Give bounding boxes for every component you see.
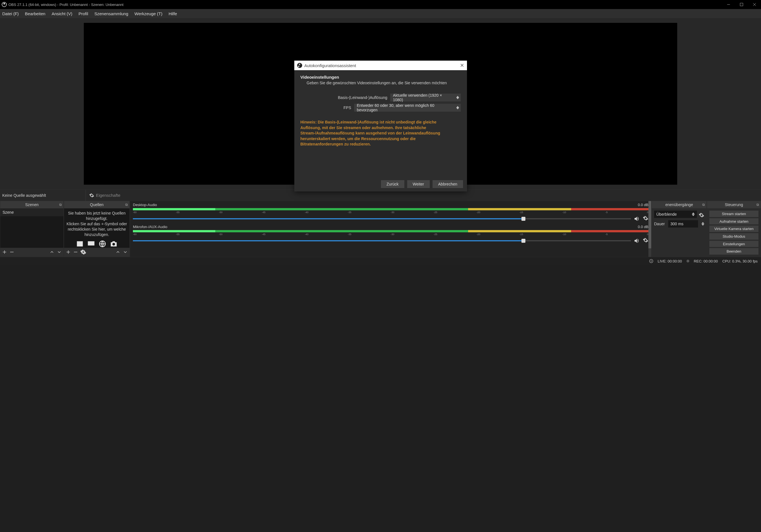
status-cpu: CPU: 0.3%, 30.00 fps bbox=[722, 259, 758, 263]
resolution-label: Basis-(Leinwand-)Auflösung bbox=[338, 95, 387, 100]
source-settings-button[interactable] bbox=[81, 249, 86, 256]
undock-icon[interactable]: ⧉ bbox=[756, 203, 759, 207]
svg-rect-1 bbox=[740, 3, 743, 6]
source-remove-button[interactable] bbox=[73, 249, 78, 255]
no-source-label: Keine Quelle ausgewählt bbox=[2, 193, 46, 198]
maximize-button[interactable] bbox=[735, 0, 748, 9]
start-recording-button[interactable]: Aufnahme starten bbox=[709, 218, 758, 225]
window-title: OBS 27.1.1 (64-bit, windows) - Profil: U… bbox=[9, 3, 124, 7]
sources-empty-line2: Klicken Sie auf das +-Symbol oder rechts… bbox=[66, 221, 127, 238]
properties-button[interactable]: Eigenschafte bbox=[89, 193, 121, 198]
meter-ticks: -60-55-50-45-40-35-30-25-20-15-10-50 bbox=[133, 233, 648, 236]
meter-ticks: -60-55-50-45-40-35-30-25-20-15-10-50 bbox=[133, 211, 648, 214]
image-icon bbox=[75, 240, 85, 248]
menu-edit[interactable]: Bearbeiten bbox=[25, 11, 45, 16]
menu-view[interactable]: Ansicht (V) bbox=[52, 11, 72, 16]
mixer-channel-db: 0.0 dB bbox=[638, 225, 648, 229]
menu-file[interactable]: Datei (F) bbox=[2, 11, 19, 16]
panel-controls: Steuerung⧉ Stream starten Aufnahme start… bbox=[707, 201, 761, 257]
studio-mode-button[interactable]: Studio-Modus bbox=[709, 233, 758, 239]
next-button[interactable]: Weiter bbox=[407, 180, 430, 188]
mixer-scrollbar[interactable] bbox=[648, 201, 651, 257]
source-type-icons bbox=[75, 240, 118, 248]
svg-point-8 bbox=[112, 243, 115, 245]
source-up-button[interactable] bbox=[115, 249, 121, 255]
gear-icon bbox=[89, 193, 94, 198]
mixer-channel-mic: Mikrofon-/AUX-Audio 0.0 dB -60-55-50-45-… bbox=[133, 225, 648, 244]
channel-settings-button[interactable] bbox=[643, 215, 648, 222]
start-stream-button[interactable]: Stream starten bbox=[709, 211, 758, 217]
panel-controls-title: Steuerung bbox=[725, 202, 743, 207]
back-button[interactable]: Zurück bbox=[381, 180, 404, 188]
transition-duration-input[interactable]: 300 ms bbox=[668, 220, 698, 228]
volume-slider[interactable] bbox=[133, 218, 631, 219]
rec-indicator-icon bbox=[686, 260, 689, 262]
dialog-subheading: Geben Sie die gewünschten Videoeinstellu… bbox=[301, 80, 461, 85]
close-button[interactable] bbox=[748, 0, 761, 9]
scene-down-button[interactable] bbox=[57, 249, 62, 255]
broadcast-icon bbox=[649, 259, 653, 263]
minimize-button[interactable] bbox=[722, 0, 735, 9]
undock-icon[interactable]: ⧉ bbox=[125, 203, 128, 207]
fps-label: FPS bbox=[343, 105, 351, 110]
window-titlebar: OBS 27.1.1 (64-bit, windows) - Profil: U… bbox=[0, 0, 761, 9]
status-rec: REC: 00:00:00 bbox=[694, 259, 718, 263]
dialog-title: Autokonfigurationsassistent bbox=[305, 63, 356, 68]
menu-bar: Datei (F) Bearbeiten Ansicht (V) Profil … bbox=[0, 9, 761, 18]
audio-meter bbox=[133, 208, 648, 210]
menu-tools[interactable]: Werkzeuge (T) bbox=[135, 11, 162, 16]
menu-profile[interactable]: Profil bbox=[79, 11, 88, 16]
panel-sources: Quellen⧉ Sie haben bis jetzt keine Quell… bbox=[64, 201, 130, 257]
camera-icon bbox=[109, 240, 118, 248]
audio-meter bbox=[133, 230, 648, 232]
panel-audio-mixer: Desktop-Audio 0.0 dB -60-55-50-45-40-35-… bbox=[130, 201, 652, 257]
mixer-channel-name: Mikrofon-/AUX-Audio bbox=[133, 225, 167, 229]
start-virtual-cam-button[interactable]: Virtuelle Kamera starten bbox=[709, 226, 758, 232]
transition-duration-label: Dauer bbox=[654, 222, 666, 226]
settings-button[interactable]: Einstellungen bbox=[709, 241, 758, 247]
sources-empty-line1: Sie haben bis jetzt keine Quellen hinzug… bbox=[66, 211, 127, 221]
panels-row: Szenen⧉ Szene Quellen⧉ Sie haben bis jet… bbox=[0, 201, 761, 257]
display-icon bbox=[87, 240, 96, 248]
sources-empty-body[interactable]: Sie haben bis jetzt keine Quellen hinzug… bbox=[64, 208, 130, 248]
fps-combo[interactable]: Entweder 60 oder 30, aber wenn möglich 6… bbox=[354, 104, 461, 112]
mixer-channel-desktop: Desktop-Audio 0.0 dB -60-55-50-45-40-35-… bbox=[133, 203, 648, 222]
obs-logo-icon bbox=[2, 2, 7, 7]
status-live: LIVE: 00:00:00 bbox=[658, 259, 682, 263]
transition-settings-button[interactable] bbox=[699, 212, 704, 219]
status-bar: LIVE: 00:00:00 REC: 00:00:00 CPU: 0.3%, … bbox=[0, 257, 761, 265]
exit-button[interactable]: Beenden bbox=[709, 248, 758, 255]
duration-spinner[interactable] bbox=[701, 222, 704, 226]
cancel-button[interactable]: Abbrechen bbox=[433, 180, 463, 188]
dialog-heading: Videoeinstellungen bbox=[301, 75, 461, 80]
autoconfig-dialog: Autokonfigurationsassistent ✕ Videoeinst… bbox=[294, 61, 467, 191]
mixer-channel-name: Desktop-Audio bbox=[133, 203, 157, 207]
undock-icon[interactable]: ⧉ bbox=[702, 203, 705, 207]
volume-slider[interactable] bbox=[133, 240, 631, 241]
scene-item[interactable]: Szene bbox=[0, 208, 64, 216]
resolution-combo[interactable]: Aktuelle verwenden (1920 × 1080) bbox=[390, 94, 461, 101]
mixer-channel-db: 0.0 dB bbox=[638, 203, 648, 207]
undock-icon[interactable]: ⧉ bbox=[59, 203, 62, 207]
menu-scene-collection[interactable]: Szenensammlung bbox=[94, 11, 128, 16]
channel-settings-button[interactable] bbox=[643, 238, 648, 244]
speaker-icon[interactable] bbox=[634, 216, 640, 222]
speaker-icon[interactable] bbox=[634, 238, 640, 244]
source-add-button[interactable] bbox=[66, 249, 71, 255]
scene-remove-button[interactable] bbox=[9, 249, 14, 255]
dialog-close-button[interactable]: ✕ bbox=[460, 62, 464, 69]
panel-scenes: Szenen⧉ Szene bbox=[0, 201, 64, 257]
globe-icon bbox=[98, 240, 107, 248]
panel-transitions-title: enenübergänge bbox=[665, 202, 693, 207]
scene-up-button[interactable] bbox=[49, 249, 54, 255]
transition-type-combo[interactable]: Überblende bbox=[654, 211, 697, 218]
source-down-button[interactable] bbox=[123, 249, 128, 255]
dialog-hint: Hinweis: Die Basis-(Leinwand-)Auflösung … bbox=[301, 120, 461, 147]
panel-sources-title: Quellen bbox=[90, 202, 103, 207]
obs-logo-icon bbox=[297, 63, 302, 68]
scene-add-button[interactable] bbox=[2, 249, 7, 255]
panel-transitions: enenübergänge⧉ Überblende Dauer 300 ms bbox=[652, 201, 707, 257]
panel-scenes-title: Szenen bbox=[25, 202, 38, 207]
menu-help[interactable]: Hilfe bbox=[168, 11, 177, 16]
